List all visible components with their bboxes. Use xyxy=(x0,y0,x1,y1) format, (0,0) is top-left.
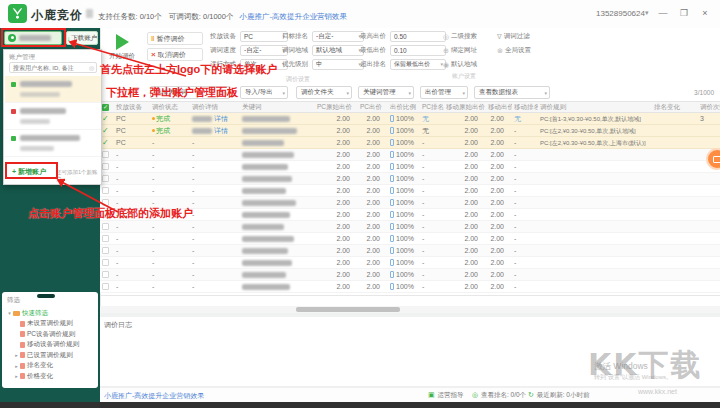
table-row[interactable]: ---2.002.00100%-2.002.00- xyxy=(100,185,720,197)
table-cell: 2.00 xyxy=(486,125,512,137)
dropdown-bid-folder[interactable]: 调价文件夹 xyxy=(296,86,352,99)
min-bid-input[interactable]: 0.10 xyxy=(390,45,446,56)
table-row[interactable]: ---2.002.00100%-2.002.00- xyxy=(100,269,720,281)
gear-icon: ⊗ xyxy=(497,47,503,55)
row-checkbox[interactable] xyxy=(102,271,109,278)
row-checkbox[interactable] xyxy=(102,163,109,170)
table-cell: 100% xyxy=(388,233,420,245)
table-cell: ✓ xyxy=(100,125,114,137)
mobile-icon xyxy=(390,139,394,146)
pause-bidding-button[interactable]: ‖ 暂停调价 xyxy=(147,32,203,45)
row-checkbox[interactable] xyxy=(102,223,109,230)
table-row[interactable]: ✓PC--2.002.00100%-2.002.00-PC:[左2,¥0.30-… xyxy=(100,137,720,149)
device-select[interactable]: PC xyxy=(240,31,288,42)
max-bid-input[interactable]: 0.50 xyxy=(390,31,446,42)
row-checkbox[interactable]: ✓ xyxy=(102,126,109,135)
search-icon: ◎ xyxy=(89,64,94,71)
speed-select[interactable]: -自定- xyxy=(240,45,288,56)
cancel-bidding-button[interactable]: × 取消调价 xyxy=(147,48,203,61)
table-row[interactable]: ---2.002.00100%-2.002.00- xyxy=(100,209,720,221)
quick-word-filter[interactable]: ∇ 调词过滤 xyxy=(497,32,530,41)
tree-item[interactable]: ▸已设置调价规则 xyxy=(6,350,98,361)
account-item[interactable] xyxy=(5,76,101,103)
target-rank-select[interactable]: -自定- xyxy=(312,31,364,42)
row-checkbox[interactable] xyxy=(102,259,109,266)
quick-default-region[interactable]: ◉ 默认地域 xyxy=(443,60,477,69)
table-cell: 2.00 xyxy=(358,113,388,125)
table-cell: 3 xyxy=(698,113,720,125)
dropdown-keyword-manage[interactable]: 关键词管理 xyxy=(358,86,414,99)
promo-link[interactable]: 小鹿推广-高效提升企业营销效果 xyxy=(240,12,348,21)
quick-secondary-search[interactable]: ◎ 二级搜索 xyxy=(443,32,477,41)
quick-bind-url[interactable]: ⊕ 绑定网址 xyxy=(443,46,477,55)
field-min-bid: 最低出价 0.10 xyxy=(360,44,446,56)
table-cell: 完成 xyxy=(150,113,190,125)
statusbar-refresh[interactable]: ↻ 最近刷新: 0小时前 xyxy=(528,391,589,400)
download-account-button[interactable]: ↓ 下载账户 xyxy=(66,31,98,45)
row-checkbox[interactable]: ✓ xyxy=(102,114,109,123)
table-row[interactable]: ---2.002.00100%-2.002.00- xyxy=(100,245,720,257)
account-number[interactable]: 13528950624 xyxy=(596,9,645,18)
table-cell: - xyxy=(114,185,150,197)
table-row[interactable]: ---2.002.00100%-2.002.00- xyxy=(100,233,720,245)
over-rank-select[interactable]: 保留最低出价 xyxy=(390,59,446,70)
account-item[interactable] xyxy=(5,103,101,130)
tree-item[interactable]: ▸排名变化 xyxy=(6,361,98,372)
horizontal-scrollbar-track[interactable] xyxy=(100,306,720,313)
table-row[interactable]: ---2.002.00100%-2.002.00- xyxy=(100,221,720,233)
table-cell: 2.00 xyxy=(444,257,486,269)
tree-item[interactable]: ▸价格变化 xyxy=(6,371,98,382)
detail-link[interactable]: 详情 xyxy=(214,115,228,122)
tree-item[interactable]: 移动设备调价规则 xyxy=(6,340,98,351)
row-checkbox[interactable] xyxy=(102,151,109,158)
dropdown-bid-manage[interactable]: 出价管理 xyxy=(420,86,468,99)
quick-global-settings[interactable]: ⊗ 全局设置 xyxy=(497,46,531,55)
account-item[interactable] xyxy=(5,130,101,157)
detail-link[interactable]: 详情 xyxy=(214,127,228,134)
mobile-icon xyxy=(390,127,394,134)
table-cell: 2.00 xyxy=(358,173,388,185)
table-cell xyxy=(652,281,698,293)
statusbar-guide[interactable]: ▣ 运营指导 xyxy=(428,391,463,400)
horizontal-scrollbar-thumb[interactable] xyxy=(296,307,400,312)
statusbar-promo-link[interactable]: 小鹿推广-高效提升企业营销效果 xyxy=(104,391,204,401)
table-cell xyxy=(698,245,720,257)
table-row[interactable]: ✓PC完成 详情2.002.00100%无2.002.00无PC:[首1-3,¥… xyxy=(100,113,720,125)
account-search-input[interactable] xyxy=(9,62,97,73)
table-row[interactable]: ---2.002.00100%-2.002.00- xyxy=(100,281,720,293)
select-all-checkbox[interactable]: ✓ xyxy=(102,104,109,111)
panel-collapse-handle[interactable] xyxy=(37,294,55,298)
table-cell xyxy=(240,149,315,161)
table-row[interactable]: ---2.002.00100%-2.002.00- xyxy=(100,197,720,209)
tree-item[interactable]: PC设备调价规则 xyxy=(6,329,98,340)
table-cell: 2.00 xyxy=(486,185,512,197)
row-checkbox[interactable] xyxy=(102,235,109,242)
table-cell xyxy=(240,161,315,173)
table-cell: 2.00 xyxy=(486,245,512,257)
minimize-button[interactable]: — xyxy=(656,8,670,18)
account-caret-icon[interactable]: ▾ xyxy=(645,9,649,17)
tree-item[interactable]: 未设置调价规则 xyxy=(6,319,98,330)
priority-select[interactable]: 中 xyxy=(312,59,364,70)
row-checkbox[interactable]: ✓ xyxy=(102,138,109,147)
table-cell: 2.00 xyxy=(358,233,388,245)
dropdown-data-report[interactable]: 查看数据报表 xyxy=(474,86,550,99)
maximize-button[interactable]: ❐ xyxy=(677,8,691,18)
table-row[interactable]: ---2.002.00100%-2.002.00- xyxy=(100,149,720,161)
table-row[interactable]: ---2.002.00100%-2.002.00- xyxy=(100,257,720,269)
statusbar-rank[interactable]: ◎ 查看排名: 0/0个 xyxy=(472,391,526,400)
start-bidding-button[interactable]: 开始调价 xyxy=(102,31,142,63)
table-row[interactable]: ✓PC完成 详情2.002.00100%无2.002.00-PC:[左2,¥0.… xyxy=(100,125,720,137)
close-button[interactable]: × xyxy=(698,8,712,18)
cancel-icon: × xyxy=(151,50,156,59)
tree-root-quick-filter[interactable]: ▾快速筛选 xyxy=(6,308,98,319)
table-cell xyxy=(652,185,698,197)
dropdown-import-export[interactable]: 导入/导出 xyxy=(240,86,288,99)
table-row[interactable]: ---2.002.00100%-2.002.00- xyxy=(100,161,720,173)
row-checkbox[interactable] xyxy=(102,187,109,194)
row-checkbox[interactable] xyxy=(102,283,109,290)
row-checkbox[interactable] xyxy=(102,247,109,254)
region-select[interactable]: 默认地域 xyxy=(312,45,364,56)
row-checkbox[interactable] xyxy=(102,175,109,182)
table-row[interactable]: ---2.002.00100%-2.002.00- xyxy=(100,173,720,185)
